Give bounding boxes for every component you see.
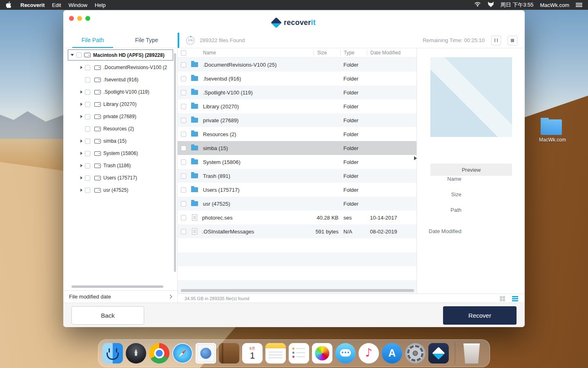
checkbox[interactable] xyxy=(85,139,90,144)
menubar-item-help[interactable]: Help xyxy=(95,2,106,8)
tree-item[interactable]: Library (20270) xyxy=(63,98,173,110)
column-header-size[interactable]: Size xyxy=(314,50,340,56)
checkbox[interactable] xyxy=(85,126,90,132)
expand-icon[interactable] xyxy=(80,90,82,94)
dock-appstore-icon[interactable] xyxy=(382,343,402,364)
fox-status-icon[interactable] xyxy=(488,2,494,9)
tab-file-path[interactable]: File Path xyxy=(66,33,120,48)
checkbox[interactable] xyxy=(85,102,90,107)
apple-menu-icon[interactable] xyxy=(6,2,11,8)
dock-mail-icon[interactable] xyxy=(196,343,216,364)
recover-button[interactable]: Recover xyxy=(443,306,517,325)
dock-recoverit-icon[interactable] xyxy=(428,343,449,364)
checkbox[interactable] xyxy=(181,229,186,234)
tree-item[interactable]: Users (175717) xyxy=(63,172,173,184)
table-row[interactable]: Users (175717)Folder xyxy=(178,183,416,197)
table-row[interactable]: photorec.ses40.28 KBses10-14-2017 xyxy=(178,211,416,224)
table-row[interactable]: .OSInstallerMessages591 bytesN/A08-02-20… xyxy=(178,224,416,238)
zoom-window-button[interactable] xyxy=(85,16,90,21)
checkbox[interactable] xyxy=(181,76,186,81)
table-row[interactable]: private (27689)Folder xyxy=(178,113,416,127)
expand-icon[interactable] xyxy=(80,164,82,167)
checkbox[interactable] xyxy=(181,215,186,220)
preview-button[interactable]: Preview xyxy=(430,164,512,176)
dock-safari-icon[interactable] xyxy=(172,343,193,364)
checkbox[interactable] xyxy=(181,173,186,179)
close-window-button[interactable] xyxy=(69,16,74,21)
expand-icon[interactable] xyxy=(80,188,82,192)
tab-file-type[interactable]: File Type xyxy=(120,33,174,48)
dock-calendar-icon[interactable]: 9月1 xyxy=(242,343,263,364)
table-horizontal-scrollbar[interactable] xyxy=(181,289,414,292)
table-row[interactable]: usr (47525)Folder xyxy=(178,197,416,211)
tree-item[interactable]: .Spotlight-V100 (119) xyxy=(63,86,173,98)
dock-reminders-icon[interactable] xyxy=(289,343,309,364)
select-all-checkbox[interactable] xyxy=(181,50,186,56)
checkbox[interactable] xyxy=(181,118,186,123)
list-menu-icon[interactable] xyxy=(576,2,582,7)
menubar-item-window[interactable]: Window xyxy=(69,2,87,8)
checkbox[interactable] xyxy=(85,77,90,83)
tree-item[interactable]: Resources (2) xyxy=(63,123,173,135)
expand-icon[interactable] xyxy=(80,66,82,69)
checkbox[interactable] xyxy=(85,175,90,181)
checkbox[interactable] xyxy=(181,159,186,165)
expand-icon[interactable] xyxy=(80,115,82,118)
sidebar-vertical-scrollbar[interactable] xyxy=(174,53,176,272)
menubar-macwk-item[interactable]: MacWk.com xyxy=(540,2,570,8)
tree-item[interactable]: private (27689) xyxy=(63,110,173,123)
tree-root-macintosh-hd[interactable]: Macintosh HD (APFS) (289228) xyxy=(68,49,173,61)
checkbox[interactable] xyxy=(181,132,186,137)
wifi-icon[interactable] xyxy=(474,2,481,8)
grid-view-icon[interactable] xyxy=(500,296,505,301)
list-view-icon[interactable] xyxy=(512,296,518,301)
table-row[interactable]: Library (20270)Folder xyxy=(178,99,416,113)
checkbox[interactable] xyxy=(181,146,186,151)
dock-trash-icon[interactable] xyxy=(461,343,482,364)
dock-messages-icon[interactable] xyxy=(335,343,356,364)
checkbox[interactable] xyxy=(76,52,82,58)
checkbox[interactable] xyxy=(85,65,90,70)
menubar-clock[interactable]: 周日 下午3:55 xyxy=(501,1,534,9)
collapse-icon[interactable] xyxy=(71,54,74,56)
tree-item[interactable]: usr (47525) xyxy=(63,184,173,196)
tree-item[interactable]: Trash (1186) xyxy=(63,159,173,172)
checkbox[interactable] xyxy=(181,104,186,109)
dock-finder-icon[interactable] xyxy=(102,343,123,364)
table-row[interactable]: Trash (891)Folder xyxy=(178,169,416,183)
expand-icon[interactable] xyxy=(80,139,82,143)
checkbox[interactable] xyxy=(85,90,90,95)
checkbox[interactable] xyxy=(181,90,186,95)
table-row[interactable]: System (15806)Folder xyxy=(178,155,416,169)
expand-icon[interactable] xyxy=(80,152,82,155)
column-header-type[interactable]: Type xyxy=(340,50,367,56)
panel-expand-icon[interactable] xyxy=(414,156,417,160)
pause-scan-button[interactable] xyxy=(491,36,501,45)
file-modified-date-filter[interactable]: File modified date xyxy=(63,290,177,303)
checkbox[interactable] xyxy=(85,151,90,156)
checkbox[interactable] xyxy=(85,188,90,193)
table-row[interactable]: simba (15)Folder xyxy=(178,141,416,155)
desktop-folder-macwk[interactable]: MacWk.com xyxy=(539,119,564,143)
expand-icon[interactable] xyxy=(80,103,82,106)
menubar-item-recoverit[interactable]: Recoverit xyxy=(20,2,45,8)
dock-chrome-icon[interactable] xyxy=(149,343,169,364)
dock-notes-icon[interactable] xyxy=(265,343,286,364)
table-row[interactable]: Resources (2)Folder xyxy=(178,127,416,141)
table-row[interactable]: .Spotlight-V100 (119)Folder xyxy=(178,85,416,99)
checkbox[interactable] xyxy=(181,62,186,67)
expand-icon[interactable] xyxy=(80,176,82,180)
back-button[interactable]: Back xyxy=(71,306,144,325)
table-row[interactable]: .DocumentRevisions-V100 (25)Folder xyxy=(178,58,416,72)
column-header-name[interactable]: Name xyxy=(203,50,314,56)
dock-contacts-icon[interactable] xyxy=(219,343,239,364)
column-header-date-modified[interactable]: Date Modified xyxy=(367,50,416,56)
tree-item[interactable]: System (15806) xyxy=(63,147,173,159)
tree-item[interactable]: simba (15) xyxy=(63,135,173,147)
dock-music-icon[interactable] xyxy=(359,343,379,364)
menubar-item-edit[interactable]: Edit xyxy=(52,2,61,8)
tree-item[interactable]: .fseventsd (916) xyxy=(63,74,173,86)
checkbox[interactable] xyxy=(85,114,90,119)
stop-scan-button[interactable] xyxy=(508,36,517,45)
minimize-window-button[interactable] xyxy=(77,16,82,21)
